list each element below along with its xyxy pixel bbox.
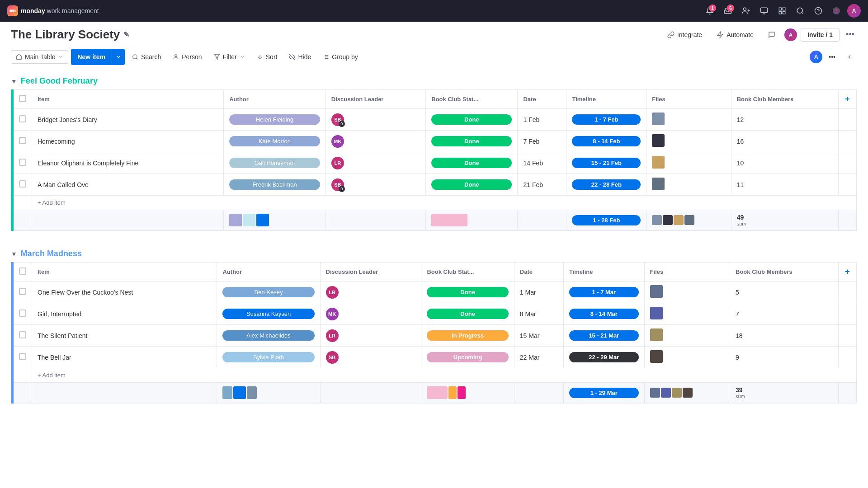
sort-button[interactable]: Sort — [252, 51, 282, 63]
more-options-button[interactable]: ••• — [843, 27, 857, 42]
author-cell[interactable]: Sylvia Plath — [217, 347, 320, 368]
group-header-feel-good-february[interactable]: ▼ Feel Good February — [11, 69, 857, 89]
help-icon[interactable] — [811, 4, 826, 18]
add-item-label[interactable]: + Add item — [32, 368, 857, 383]
comments-button[interactable] — [763, 28, 781, 41]
new-item-main[interactable]: New item — [71, 49, 112, 65]
file-thumbnail[interactable] — [650, 307, 663, 319]
file-thumbnail[interactable] — [652, 156, 665, 169]
timeline-cell[interactable]: 15 - 21 Mar — [563, 325, 644, 347]
status-cell[interactable]: Done — [426, 131, 518, 152]
search-icon[interactable] — [793, 4, 807, 18]
integrate-button[interactable]: Integrate — [662, 28, 708, 41]
apps-icon[interactable] — [775, 4, 789, 18]
timeline-cell[interactable]: 15 - 21 Feb — [566, 152, 646, 174]
invite-button[interactable]: Invite / 1 — [801, 28, 840, 42]
timeline-cell[interactable]: 1 - 7 Mar — [563, 282, 644, 303]
user-apps-icon[interactable] — [829, 4, 844, 18]
timeline-cell[interactable]: 1 - 7 Feb — [566, 109, 646, 131]
add-col-header[interactable]: + — [839, 263, 857, 282]
row-checkbox[interactable] — [14, 303, 32, 325]
timeline-cell[interactable]: 8 - 14 Mar — [563, 303, 644, 325]
row-checkbox[interactable] — [14, 347, 32, 368]
author-cell[interactable]: Ben Kesey — [217, 282, 320, 303]
author-cell[interactable]: Alex Michaelides — [217, 325, 320, 347]
author-cell[interactable]: Fredrik Backman — [224, 174, 326, 196]
group-by-button[interactable]: Group by — [318, 51, 363, 63]
timeline-cell[interactable]: 8 - 14 Feb — [566, 131, 646, 152]
checkbox-header[interactable] — [14, 263, 32, 282]
group-header-march-madness[interactable]: ▼ March Madness — [11, 242, 857, 262]
file-thumbnail[interactable] — [652, 178, 665, 190]
author-summary — [224, 210, 326, 230]
file-thumbnail[interactable] — [650, 328, 663, 341]
file-thumbnail[interactable] — [650, 350, 663, 363]
filter-button[interactable]: Filter — [209, 51, 250, 63]
date-header: Date — [514, 263, 563, 282]
status-cell[interactable]: In Progress — [421, 325, 514, 347]
table-area: ▼ Feel Good February Item Author Discuss… — [0, 69, 868, 425]
svg-line-14 — [802, 12, 803, 14]
members-cell: 7 — [730, 303, 839, 325]
status-cell[interactable]: Done — [426, 152, 518, 174]
notification-bell[interactable]: 1 — [703, 4, 717, 18]
author-cell[interactable]: Gail Honeyman — [224, 152, 326, 174]
status-cell[interactable]: Done — [421, 303, 514, 325]
status-cell[interactable]: Done — [426, 109, 518, 131]
inbox-icon[interactable]: 6 — [721, 4, 735, 18]
user-avatar[interactable]: A — [847, 4, 861, 18]
add-user-icon[interactable] — [739, 4, 753, 18]
group-chevron-icon: ▼ — [11, 250, 17, 258]
row-checkbox[interactable] — [14, 131, 32, 152]
hide-button[interactable]: Hide — [284, 51, 316, 63]
add-item-label[interactable]: + Add item — [32, 196, 857, 210]
status-header: Book Club Stat... — [426, 90, 518, 109]
group-table: Item Author Discussion Leader Book Club … — [14, 263, 857, 403]
svg-point-20 — [133, 55, 137, 59]
more-toolbar-button[interactable]: ••• — [824, 51, 840, 63]
ai-button[interactable]: A — [810, 51, 822, 63]
collapse-button[interactable] — [842, 51, 857, 63]
search-button[interactable]: Search — [127, 51, 165, 63]
members-cell: 9 — [730, 347, 839, 368]
board-title: The Library Society ✎ — [11, 28, 656, 42]
file-thumbnail[interactable] — [650, 285, 663, 298]
group-title: Feel Good February — [21, 76, 98, 86]
timeline-cell[interactable]: 22 - 29 Mar — [563, 347, 644, 368]
new-item-dropdown[interactable] — [112, 49, 125, 65]
row-checkbox[interactable] — [14, 325, 32, 347]
summary-row: 1 - 29 Mar 39 — [14, 383, 857, 403]
status-cell[interactable]: Done — [426, 174, 518, 196]
select-all-checkbox[interactable] — [19, 95, 26, 102]
checkbox-header[interactable] — [14, 90, 32, 109]
status-cell[interactable]: Done — [421, 282, 514, 303]
row-checkbox[interactable] — [14, 109, 32, 131]
author-cell[interactable]: Susanna Kaysen — [217, 303, 320, 325]
file-thumbnail[interactable] — [652, 134, 665, 147]
row-checkbox[interactable] — [14, 152, 32, 174]
automate-button[interactable]: Automate — [711, 28, 759, 41]
members-cell: 10 — [731, 152, 838, 174]
add-item-row[interactable]: + Add item — [14, 368, 857, 383]
view-selector[interactable]: Main Table — [11, 50, 68, 64]
author-cell[interactable]: Kate Morton — [224, 131, 326, 152]
home-icon[interactable] — [757, 4, 771, 18]
files-cell — [644, 325, 730, 347]
files-cell — [644, 282, 730, 303]
svg-marker-23 — [214, 55, 220, 60]
members-summary: 49 sum — [731, 210, 838, 230]
row-checkbox[interactable] — [14, 282, 32, 303]
status-cell[interactable]: Upcoming — [421, 347, 514, 368]
timeline-cell[interactable]: 22 - 28 Feb — [566, 174, 646, 196]
author-cell[interactable]: Helen Fielding — [224, 109, 326, 131]
select-all-checkbox[interactable] — [19, 267, 26, 275]
new-item-button[interactable]: New item — [71, 49, 124, 65]
person-filter-button[interactable]: Person — [168, 51, 206, 63]
edit-title-icon[interactable]: ✎ — [123, 30, 132, 39]
row-checkbox[interactable] — [14, 174, 32, 196]
brand-logo[interactable]: monday work management — [7, 5, 99, 16]
table-row: Homecoming ⊕ Kate Morton MK — [14, 131, 857, 152]
file-thumbnail[interactable] — [652, 113, 665, 125]
add-item-row[interactable]: + Add item — [14, 196, 857, 210]
add-col-header[interactable]: + — [839, 90, 857, 109]
